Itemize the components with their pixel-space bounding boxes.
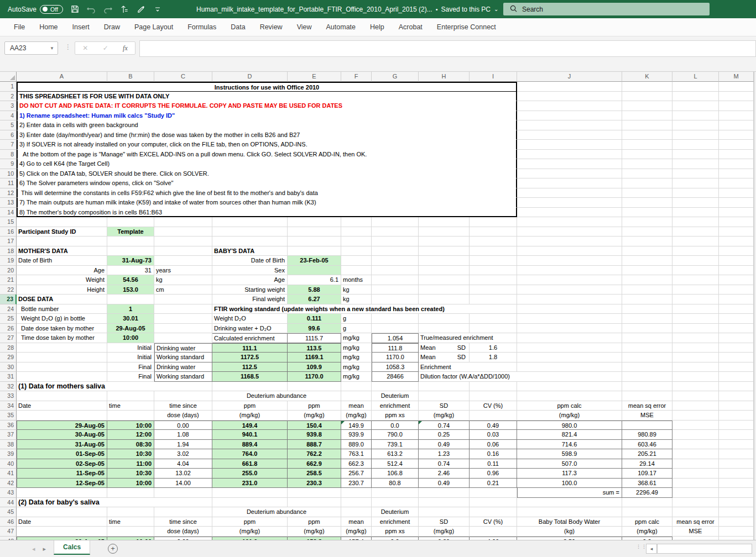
cell-C22[interactable]: cm [154,285,212,295]
cell-G32[interactable] [372,382,419,392]
cell-G39[interactable]: 613.2 [372,449,419,459]
cell-H25[interactable] [419,314,470,324]
cell-L15[interactable] [672,217,719,227]
cell-H37[interactable]: 0.25 [419,430,470,440]
cell-K41[interactable]: 109.17 [622,469,672,479]
cell-L27[interactable] [672,333,719,343]
cell-B27[interactable]: 10:00 [107,333,154,343]
cell-K17[interactable] [622,237,672,246]
cell-L41[interactable] [672,469,719,479]
cell-J21[interactable] [517,275,622,285]
cell-D43[interactable] [212,488,288,498]
ribbon-tab-draw[interactable]: Draw [97,18,127,36]
cell-L22[interactable] [672,285,719,295]
cell-M21[interactable] [719,275,754,285]
cell-A36[interactable]: 29-Aug-05 [17,421,107,430]
cell-L11[interactable] [672,178,719,188]
cell-C24[interactable] [154,304,212,314]
ribbon-tab-file[interactable]: File [7,18,32,36]
cell-K3[interactable] [622,101,672,111]
cell-M38[interactable] [719,440,754,450]
cell-K6[interactable] [622,130,672,140]
cell-B39[interactable]: 10:30 [107,449,154,459]
cell-L10[interactable] [672,169,719,179]
cell-I23[interactable] [470,295,517,304]
cell-D41[interactable]: 255.0 [212,469,288,479]
col-header-I[interactable]: I [470,72,517,82]
cell-J41[interactable]: 117.3 [517,469,622,479]
cell-L3[interactable] [672,101,719,111]
cell-C45[interactable] [154,507,212,517]
cell-J17[interactable] [517,237,622,246]
cell-M13[interactable] [719,198,754,208]
cell-B45[interactable] [107,507,154,517]
cell-L44[interactable] [672,498,719,508]
cell-H28[interactable]: MeanSD [419,343,470,353]
cell-D40[interactable]: 661.8 [212,459,288,469]
cell-L2[interactable] [672,92,719,102]
cell-L40[interactable] [672,459,719,469]
cell-G16[interactable] [372,227,419,237]
cell-L6[interactable] [672,130,719,140]
row-header-14[interactable]: 14 [0,208,17,218]
cell-E23[interactable]: 6.27 [288,295,341,304]
cell-J7[interactable] [517,140,622,150]
cell-J44[interactable] [517,498,622,508]
cell-F42[interactable]: 230.7 [341,479,372,488]
cell-E15[interactable] [288,217,341,227]
cell-J26[interactable] [517,324,622,334]
cell-A21[interactable]: Weight [17,275,107,285]
cell-I35[interactable] [470,411,517,421]
cell-D29[interactable]: 1172.5 [212,353,288,362]
cell-M9[interactable] [719,159,754,169]
row-header-42[interactable]: 42 [0,479,17,488]
cell-L7[interactable] [672,140,719,150]
cell-K7[interactable] [622,140,672,150]
cell-E21[interactable]: 6.1 [288,275,341,285]
cell-H42[interactable]: 0.49 [419,479,470,488]
cell-C15[interactable] [154,217,212,227]
cell-M3[interactable] [719,101,754,111]
cell-B21[interactable]: 54.56 [107,275,154,285]
cell-B19[interactable]: 31-Aug-73 [107,256,154,266]
cell-F31[interactable]: mg/kg [341,372,372,382]
cell-H39[interactable]: 1.23 [419,449,470,459]
row-header-44[interactable]: 44 [0,498,17,508]
cell-I15[interactable] [470,217,517,227]
row-header-9[interactable]: 9 [0,159,17,169]
cell-M23[interactable] [719,295,754,304]
cell-F28[interactable]: mg/kg [341,343,372,353]
cell-K20[interactable] [622,266,672,276]
cell-E25[interactable]: 0.111 [288,314,341,324]
ribbon-tab-help[interactable]: Help [363,18,392,36]
cell-M40[interactable] [719,459,754,469]
row-header-38[interactable]: 38 [0,440,17,450]
cell-D30[interactable]: 112.5 [212,362,288,372]
cell-J12[interactable] [517,188,622,198]
row-header-5[interactable]: 5 [0,120,17,130]
cell-K5[interactable] [622,120,672,130]
cell-A25[interactable]: Weight D₂O (g) in bottle [17,314,107,324]
cell-I21[interactable] [470,275,517,285]
cell-G20[interactable] [372,266,419,276]
cell-A45[interactable] [17,507,107,517]
cell-H22[interactable] [419,285,470,295]
cell-J18[interactable] [517,246,622,256]
cell-G29[interactable]: 1170.0 [372,353,419,362]
touch-mouse-mode-icon[interactable] [120,4,129,14]
cell-D37[interactable]: 940.1 [212,430,288,440]
row-header-19[interactable]: 19 [0,256,17,266]
cell-M44[interactable] [719,498,754,508]
cell-A9[interactable]: 4) Go to cell K64 (the Target Cell) [17,159,517,169]
cell-A40[interactable]: 02-Sep-05 [17,459,107,469]
cell-D38[interactable]: 889.4 [212,440,288,450]
cell-A12[interactable]: This will determine the constants in cel… [17,188,517,198]
cell-G47[interactable]: ppm xs [372,527,419,537]
cell-M24[interactable] [719,304,754,314]
cell-A22[interactable]: Height [17,285,107,295]
cell-A31[interactable] [17,372,107,382]
cell-I36[interactable]: 0.49 [470,421,517,430]
cell-D28[interactable]: 111.1 [212,343,288,353]
cell-K13[interactable] [622,198,672,208]
cell-A37[interactable]: 30-Aug-05 [17,430,107,440]
